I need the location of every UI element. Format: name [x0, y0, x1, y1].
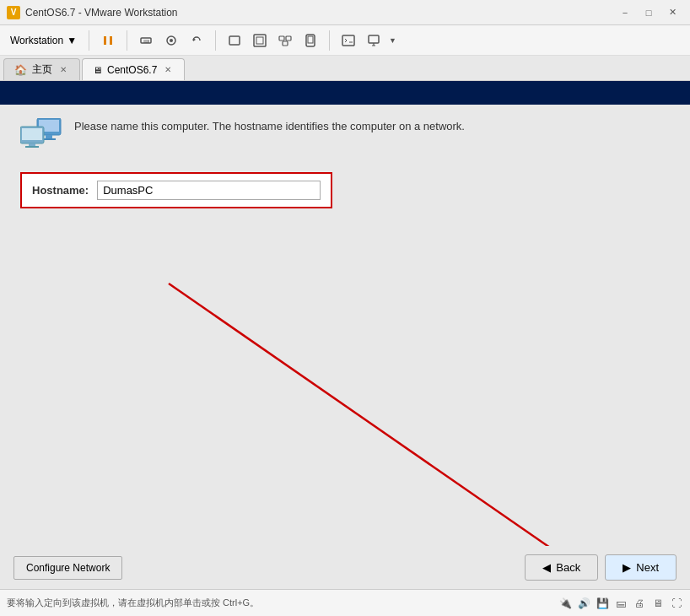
svg-rect-12 — [283, 41, 288, 46]
title-bar-controls: − □ ✕ — [614, 4, 683, 21]
svg-rect-8 — [254, 35, 266, 46]
vm-header-description: Please name this computer. The hostname … — [74, 118, 465, 135]
toolbar-divider-2 — [215, 30, 216, 51]
title-bar-text: CentOS6.7 - VMware Workstation — [25, 7, 178, 19]
tabs-bar: 🏠 主页 ✕ 🖥 CentOS6.7 ✕ — [0, 56, 690, 81]
terminal-button[interactable] — [338, 30, 358, 51]
vmware-icon: V — [7, 6, 20, 19]
close-button[interactable]: ✕ — [661, 4, 683, 21]
hostname-label: Hostname: — [32, 184, 89, 197]
computer-icon — [20, 118, 61, 152]
pause-button[interactable] — [98, 30, 118, 51]
svg-rect-0 — [104, 36, 106, 45]
vm-top-bar — [0, 81, 690, 105]
next-icon: ▶ — [623, 561, 631, 574]
svg-rect-24 — [25, 146, 39, 148]
status-hint: 要将输入定向到该虚拟机，请在虚拟机内部单击或按 Ctrl+G。 — [7, 597, 259, 609]
sound-icon[interactable]: 🔊 — [577, 597, 590, 610]
hdd-icon[interactable]: 🖴 — [614, 597, 628, 610]
display-dropdown-icon: ▼ — [389, 36, 396, 45]
unity-button[interactable] — [275, 30, 295, 51]
centos-tab-icon: 🖥 — [93, 65, 102, 75]
svg-rect-14 — [308, 36, 313, 43]
configure-network-button[interactable]: Configure Network — [13, 556, 122, 580]
vm-window: Please name this computer. The hostname … — [0, 81, 690, 589]
tab-centos-label: CentOS6.7 — [107, 64, 157, 76]
toolbar-divider-1 — [127, 30, 127, 51]
back-label: Back — [556, 561, 580, 574]
svg-rect-23 — [29, 143, 35, 146]
send-ctrl-alt-del-button[interactable]: ⌨ — [136, 30, 156, 51]
svg-text:⌨: ⌨ — [143, 39, 149, 44]
svg-rect-10 — [279, 36, 284, 41]
svg-line-26 — [169, 284, 607, 587]
main-area: Please name this computer. The hostname … — [0, 81, 690, 589]
hostname-input[interactable] — [97, 181, 321, 200]
svg-rect-22 — [22, 128, 42, 140]
back-icon: ◀ — [542, 561, 551, 574]
revert-button[interactable] — [186, 30, 207, 51]
tab-home[interactable]: 🏠 主页 ✕ — [3, 58, 80, 80]
tab-home-label: 主页 — [32, 62, 52, 77]
svg-rect-9 — [256, 37, 263, 44]
status-bar: 要将输入定向到该虚拟机，请在虚拟机内部单击或按 Ctrl+G。 🔌 🔊 💾 🖴 … — [0, 589, 690, 616]
toolbar-icons: ⌨ ▼ — [94, 30, 400, 51]
svg-point-5 — [170, 39, 173, 42]
menu-bar: Workstation ▼ ⌨ — [0, 25, 690, 56]
svg-rect-11 — [286, 36, 291, 41]
tablet-button[interactable] — [300, 30, 321, 51]
toolbar-divider-3 — [329, 30, 330, 51]
title-bar: V CentOS6.7 - VMware Workstation − □ ✕ — [0, 0, 690, 25]
normal-view-button[interactable] — [224, 30, 245, 51]
workstation-label: Workstation — [10, 35, 63, 46]
vm-header: Please name this computer. The hostname … — [20, 118, 670, 152]
display-settings-button[interactable] — [364, 30, 384, 51]
usb-icon[interactable]: 💾 — [596, 597, 609, 610]
minimize-button[interactable]: − — [614, 4, 636, 21]
back-button[interactable]: ◀ Back — [525, 554, 598, 581]
workstation-menu[interactable]: Workstation ▼ — [3, 31, 84, 50]
vm-content: Please name this computer. The hostname … — [0, 105, 690, 589]
next-button[interactable]: ▶ Next — [605, 554, 677, 581]
menu-divider-1 — [89, 30, 89, 51]
vm-bottom: Configure Network ◀ Back ▶ Next — [0, 546, 690, 589]
svg-rect-16 — [369, 35, 379, 43]
tab-centos[interactable]: 🖥 CentOS6.7 ✕ — [82, 58, 185, 80]
printer-icon[interactable]: 🖨 — [633, 597, 646, 610]
tab-home-close[interactable]: ✕ — [57, 64, 69, 76]
full-screen-button[interactable] — [250, 30, 270, 51]
svg-rect-15 — [342, 35, 354, 46]
display-icon[interactable]: 🖥 — [651, 597, 665, 610]
home-icon: 🏠 — [14, 64, 27, 76]
nav-buttons: ◀ Back ▶ Next — [525, 554, 677, 581]
annotation-arrow — [118, 216, 641, 589]
status-icons: 🔌 🔊 💾 🖴 🖨 🖥 ⛶ — [558, 597, 683, 610]
svg-rect-1 — [110, 36, 112, 45]
title-bar-left: V CentOS6.7 - VMware Workstation — [7, 6, 178, 19]
network-icon[interactable]: 🔌 — [558, 597, 572, 610]
snapshot-button[interactable] — [161, 30, 181, 51]
svg-rect-19 — [46, 135, 52, 138]
next-label: Next — [636, 561, 659, 574]
svg-rect-7 — [229, 36, 240, 45]
maximize-button[interactable]: □ — [638, 4, 660, 21]
tab-centos-close[interactable]: ✕ — [162, 64, 174, 76]
workstation-dropdown-icon: ▼ — [67, 35, 77, 46]
hostname-row: Hostname: — [20, 172, 332, 208]
fullscreen-status-icon[interactable]: ⛶ — [670, 597, 683, 610]
